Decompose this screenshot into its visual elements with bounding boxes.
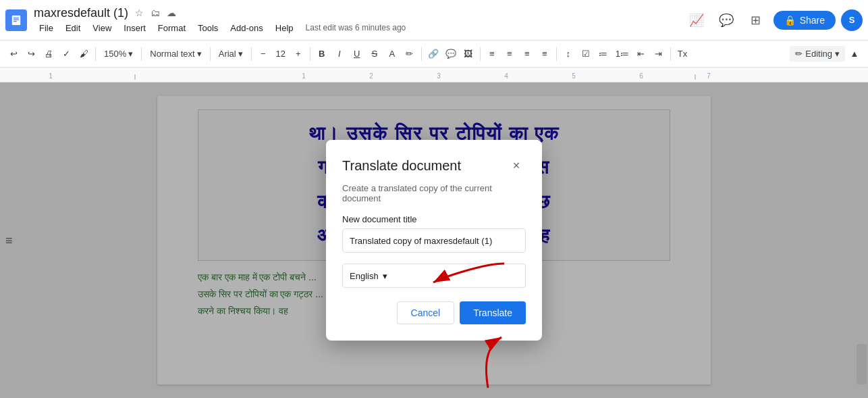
menu-addons[interactable]: Add-ons <box>225 22 268 34</box>
menu-insert[interactable]: Insert <box>118 22 151 34</box>
cloud-icon[interactable]: ☁ <box>165 6 178 20</box>
top-bar: maxresdefault (1) ☆ 🗂 ☁ File Edit View I… <box>0 0 868 41</box>
menu-edit[interactable]: Edit <box>60 22 86 34</box>
top-bar-right: 📈 💬 ⊞ 🔒 Share S <box>684 8 863 32</box>
svg-text:1: 1 <box>49 72 53 80</box>
font-chevron: ▾ <box>238 49 243 59</box>
paint-format-btn[interactable]: 🖌 <box>76 45 92 64</box>
indent-increase-btn[interactable]: ⇥ <box>651 45 667 64</box>
share-icon: 🔒 <box>784 15 796 26</box>
analytics-icon[interactable]: 📈 <box>684 8 709 32</box>
share-button[interactable]: 🔒 Share <box>774 11 836 30</box>
sep9 <box>670 47 671 61</box>
modal-overlay: Translate document × Create a translated… <box>0 82 868 398</box>
print-btn[interactable]: 🖨 <box>40 45 57 64</box>
arrow-to-translate <box>447 334 515 395</box>
style-value: Normal text <box>150 49 194 59</box>
font-size-decrease[interactable]: − <box>255 45 271 64</box>
link-btn[interactable]: 🔗 <box>425 45 441 64</box>
sep7 <box>480 47 481 61</box>
bold-btn[interactable]: B <box>314 45 330 64</box>
font-size-increase[interactable]: + <box>290 45 306 64</box>
dialog-close-button[interactable]: × <box>507 156 526 175</box>
numbered-list-btn[interactable]: 1≔ <box>613 45 632 64</box>
style-select[interactable]: Normal text ▾ <box>145 45 206 64</box>
editing-chevron: ▾ <box>835 49 840 59</box>
avatar[interactable]: S <box>841 9 863 31</box>
svg-text:7: 7 <box>707 72 711 80</box>
menu-help[interactable]: Help <box>270 22 299 34</box>
language-select-row: English ▾ <box>342 264 526 288</box>
indent-decrease-btn[interactable]: ⇤ <box>633 45 649 64</box>
sep6 <box>421 47 422 61</box>
align-left-btn[interactable]: ≡ <box>484 45 500 64</box>
star-icon[interactable]: ☆ <box>132 6 146 20</box>
bullet-list-btn[interactable]: ≔ <box>595 45 612 64</box>
align-center-btn[interactable]: ≡ <box>501 45 518 64</box>
justify-btn[interactable]: ≡ <box>537 45 553 64</box>
checklist-btn[interactable]: ☑ <box>578 45 594 64</box>
undo-btn[interactable]: ↩ <box>5 45 22 64</box>
sep8 <box>556 47 557 61</box>
apps-icon[interactable]: ⊞ <box>744 8 768 32</box>
sep3 <box>210 47 211 61</box>
menu-view[interactable]: View <box>87 22 117 34</box>
last-edit-text: Last edit was 6 minutes ago <box>306 23 406 32</box>
svg-rect-0 <box>11 15 20 25</box>
dialog-title: Translate document <box>342 158 461 174</box>
svg-text:2: 2 <box>369 72 373 80</box>
italic-btn[interactable]: I <box>331 45 348 64</box>
align-right-btn[interactable]: ≡ <box>519 45 535 64</box>
style-chevron: ▾ <box>197 49 202 59</box>
font-value: Arial <box>219 49 236 59</box>
svg-text:1: 1 <box>302 72 306 80</box>
app-icon[interactable] <box>5 9 27 31</box>
comment-btn[interactable]: 💬 <box>443 45 459 64</box>
editing-mode-btn[interactable]: ✏ Editing ▾ <box>790 46 845 61</box>
menu-format[interactable]: Format <box>153 22 191 34</box>
doc-info: maxresdefault (1) ☆ 🗂 ☁ File Edit View I… <box>34 6 684 34</box>
font-select[interactable]: Arial ▾ <box>214 45 248 64</box>
doc-title-label: New document title <box>342 214 526 224</box>
spellcheck-btn[interactable]: ✓ <box>58 45 74 64</box>
collapse-toolbar-btn[interactable]: ▲ <box>846 45 863 64</box>
menu-file[interactable]: File <box>34 22 59 34</box>
svg-text:3: 3 <box>437 72 441 80</box>
image-btn[interactable]: 🖼 <box>460 45 477 64</box>
cancel-button[interactable]: Cancel <box>397 301 455 324</box>
share-label: Share <box>800 15 825 26</box>
sep5 <box>310 47 310 61</box>
svg-text:5: 5 <box>572 72 576 80</box>
translate-dialog: Translate document × Create a translated… <box>326 140 542 341</box>
doc-title: maxresdefault (1) <box>34 6 128 20</box>
menu-tools[interactable]: Tools <box>192 22 223 34</box>
strikethrough-btn[interactable]: S <box>367 45 383 64</box>
highlight-btn[interactable]: ✏ <box>402 45 418 64</box>
sep2 <box>141 47 142 61</box>
font-color-btn[interactable]: A <box>384 45 400 64</box>
doc-title-input[interactable] <box>342 228 526 253</box>
font-size-value[interactable]: 12 <box>273 45 289 64</box>
dialog-header: Translate document × <box>342 156 526 175</box>
ruler: 1 1 2 3 4 5 6 7 <box>0 68 868 82</box>
zoom-select[interactable]: 150% ▾ <box>99 45 138 64</box>
pencil-icon: ✏ <box>795 49 803 59</box>
folder-icon[interactable]: 🗂 <box>148 6 162 20</box>
dialog-actions: Cancel Translate <box>342 301 526 324</box>
underline-btn[interactable]: U <box>349 45 365 64</box>
menu-bar: File Edit View Insert Format Tools Add-o… <box>34 22 684 34</box>
svg-text:4: 4 <box>504 72 508 80</box>
redo-btn[interactable]: ↪ <box>23 45 39 64</box>
comments-icon[interactable]: 💬 <box>714 8 738 32</box>
language-value: English <box>350 271 379 281</box>
translate-button[interactable]: Translate <box>460 301 526 324</box>
arrow-to-language <box>430 257 511 291</box>
line-spacing-btn[interactable]: ↕ <box>560 45 576 64</box>
toolbar: ↩ ↪ 🖨 ✓ 🖌 150% ▾ Normal text ▾ Arial ▾ −… <box>0 41 868 68</box>
clear-formatting-btn[interactable]: Tx <box>674 45 690 64</box>
zoom-chevron: ▾ <box>128 49 133 59</box>
editing-label: Editing <box>805 49 832 59</box>
sep1 <box>95 47 96 61</box>
doc-area: ≡ था। उसके सिर पर टोपियों का एक गट्ठर था… <box>0 82 868 398</box>
zoom-value: 150% <box>104 49 126 59</box>
